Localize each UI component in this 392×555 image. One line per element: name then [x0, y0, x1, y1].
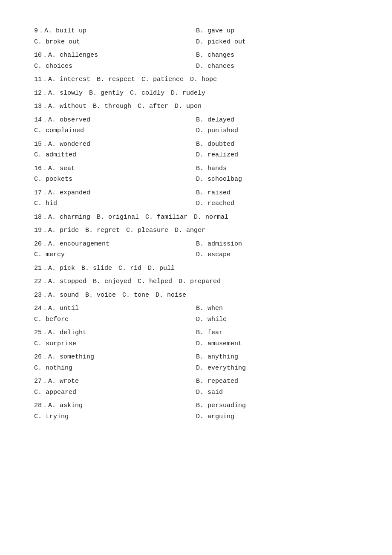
option-a-q17: 17．A. expanded: [34, 188, 196, 199]
question-q23: 23．A. sound B. voice C. tone D. noise: [34, 290, 358, 301]
option-a-q10: 10．A. challenges: [34, 50, 196, 61]
option-b-q27: B. repeated: [196, 376, 358, 387]
question-q15: 15．A. wonderedB. doubtedC. admittedD. re…: [34, 139, 358, 161]
question-row2-q10: C. choicesD. chances: [34, 61, 358, 72]
question-text-q22: 22．A. stopped B. enjoyed C. helped D. pr…: [34, 276, 358, 287]
option-d-q15: D. realized: [196, 150, 358, 161]
question-row2-q28: C. tryingD. arguing: [34, 411, 358, 422]
question-text-q13: 13．A. without B. through C. after D. upo…: [34, 101, 358, 112]
question-row1-q27: 27．A. wroteB. repeated: [34, 376, 358, 387]
question-row2-q25: C. surpriseD. amusement: [34, 338, 358, 350]
option-d-q10: D. chances: [196, 61, 358, 72]
option-a-q15: 15．A. wondered: [34, 139, 196, 150]
option-d-q25: D. amusement: [196, 338, 358, 350]
option-c-q26: C. nothing: [34, 363, 196, 374]
question-row2-q14: C. complainedD. punished: [34, 125, 358, 136]
option-d-q28: D. arguing: [196, 411, 358, 422]
question-row1-q16: 16．A. seatB. hands: [34, 163, 358, 174]
option-c-q10: C. choices: [34, 61, 196, 72]
question-q28: 28．A. askingB. persuadingC. tryingD. arg…: [34, 400, 358, 422]
quiz-content: 9．A. built upB. gave upC. broke outD. pi…: [34, 26, 358, 422]
question-q9: 9．A. built upB. gave upC. broke outD. pi…: [34, 26, 358, 47]
question-q13: 13．A. without B. through C. after D. upo…: [34, 101, 358, 112]
question-row1-q10: 10．A. challengesB. changes: [34, 50, 358, 61]
question-row2-q17: C. hidD. reached: [34, 198, 358, 209]
question-q24: 24．A. untilB. whenC. beforeD. while: [34, 303, 358, 325]
option-b-q9: B. gave up: [196, 26, 358, 37]
question-q16: 16．A. seatB. handsC. pocketsD. schoolbag: [34, 163, 358, 185]
question-row1-q9: 9．A. built upB. gave up: [34, 26, 358, 37]
option-d-q20: D. escape: [196, 249, 358, 260]
option-c-q9: C. broke out: [34, 37, 196, 48]
option-b-q24: B. when: [196, 303, 358, 314]
question-q14: 14．A. observedB. delayedC. complainedD. …: [34, 115, 358, 136]
question-row2-q15: C. admittedD. realized: [34, 150, 358, 161]
question-q20: 20．A. encouragementB. admissionC. mercyD…: [34, 239, 358, 260]
option-d-q16: D. schoolbag: [196, 174, 358, 185]
option-b-q14: B. delayed: [196, 115, 358, 126]
question-q11: 11．A. interest B. respect C. patience D.…: [34, 74, 358, 85]
option-c-q20: C. mercy: [34, 249, 196, 260]
question-row1-q28: 28．A. askingB. persuading: [34, 400, 358, 411]
option-d-q27: D. said: [196, 387, 358, 398]
option-b-q10: B. changes: [196, 50, 358, 61]
question-q27: 27．A. wroteB. repeatedC. appearedD. said: [34, 376, 358, 398]
option-d-q26: D. everything: [196, 363, 358, 374]
question-q17: 17．A. expandedB. raisedC. hidD. reached: [34, 188, 358, 209]
question-q26: 26．A. somethingB. anythingC. nothingD. e…: [34, 352, 358, 373]
question-row2-q20: C. mercyD. escape: [34, 249, 358, 260]
option-a-q28: 28．A. asking: [34, 400, 196, 411]
question-row1-q14: 14．A. observedB. delayed: [34, 115, 358, 126]
option-c-q28: C. trying: [34, 411, 196, 422]
option-a-q26: 26．A. something: [34, 352, 196, 363]
option-d-q14: D. punished: [196, 125, 358, 136]
question-row1-q20: 20．A. encouragementB. admission: [34, 239, 358, 250]
option-c-q16: C. pockets: [34, 174, 196, 185]
option-c-q27: C. appeared: [34, 387, 196, 398]
option-c-q25: C. surprise: [34, 338, 196, 350]
question-row1-q25: 25．A. delightB. fear: [34, 327, 358, 338]
option-a-q27: 27．A. wrote: [34, 376, 196, 387]
option-a-q20: 20．A. encouragement: [34, 239, 196, 250]
question-row1-q15: 15．A. wonderedB. doubted: [34, 139, 358, 150]
option-b-q25: B. fear: [196, 327, 358, 338]
question-q12: 12．A. slowly B. gently C. coldly D. rude…: [34, 88, 358, 99]
question-row2-q26: C. nothingD. everything: [34, 363, 358, 374]
option-b-q16: B. hands: [196, 163, 358, 174]
option-b-q26: B. anything: [196, 352, 358, 363]
question-q21: 21．A. pick B. slide C. rid D. pull: [34, 263, 358, 274]
question-row1-q26: 26．A. somethingB. anything: [34, 352, 358, 363]
option-c-q15: C. admitted: [34, 150, 196, 161]
question-text-q18: 18．A. charming B. original C. familiar D…: [34, 212, 358, 223]
option-a-q24: 24．A. until: [34, 303, 196, 314]
question-row2-q27: C. appearedD. said: [34, 387, 358, 398]
option-c-q14: C. complained: [34, 125, 196, 136]
question-q22: 22．A. stopped B. enjoyed C. helped D. pr…: [34, 276, 358, 287]
question-row1-q24: 24．A. untilB. when: [34, 303, 358, 314]
option-d-q24: D. while: [196, 314, 358, 325]
option-a-q16: 16．A. seat: [34, 163, 196, 174]
option-a-q25: 25．A. delight: [34, 327, 196, 338]
question-q25: 25．A. delightB. fearC. surpriseD. amusem…: [34, 327, 358, 349]
option-c-q17: C. hid: [34, 198, 196, 209]
option-d-q9: D. picked out: [196, 37, 358, 48]
question-text-q23: 23．A. sound B. voice C. tone D. noise: [34, 290, 358, 301]
option-b-q28: B. persuading: [196, 400, 358, 411]
question-text-q12: 12．A. slowly B. gently C. coldly D. rude…: [34, 88, 358, 99]
question-row2-q9: C. broke outD. picked out: [34, 37, 358, 48]
question-q18: 18．A. charming B. original C. familiar D…: [34, 212, 358, 223]
question-row1-q17: 17．A. expandedB. raised: [34, 188, 358, 199]
option-a-q9: 9．A. built up: [34, 26, 196, 37]
option-b-q20: B. admission: [196, 239, 358, 250]
question-text-q21: 21．A. pick B. slide C. rid D. pull: [34, 263, 358, 274]
option-b-q17: B. raised: [196, 188, 358, 199]
option-d-q17: D. reached: [196, 198, 358, 209]
option-a-q14: 14．A. observed: [34, 115, 196, 126]
question-row2-q24: C. beforeD. while: [34, 314, 358, 325]
question-text-q19: 19．A. pride B. regret C. pleasure D. ang…: [34, 225, 358, 236]
option-c-q24: C. before: [34, 314, 196, 325]
question-q19: 19．A. pride B. regret C. pleasure D. ang…: [34, 225, 358, 236]
option-b-q15: B. doubted: [196, 139, 358, 150]
question-text-q11: 11．A. interest B. respect C. patience D.…: [34, 74, 358, 85]
question-q10: 10．A. challengesB. changesC. choicesD. c…: [34, 50, 358, 72]
